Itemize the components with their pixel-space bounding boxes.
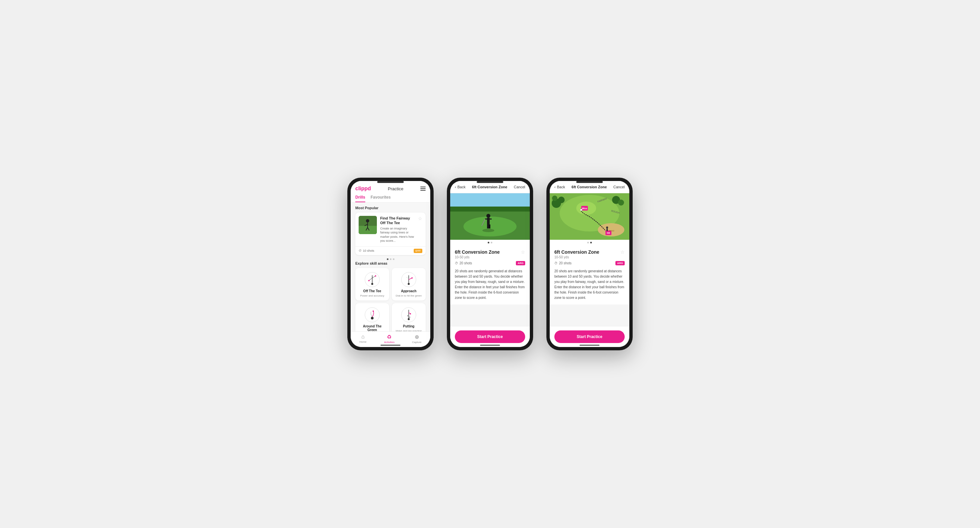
chevron-left-icon: ‹: [455, 185, 456, 189]
skill-name-approach: Approach: [401, 289, 417, 293]
drill-distance-3: 10-50 yds: [554, 255, 599, 259]
featured-drill-desc: Create an imaginary fairway using trees …: [380, 227, 415, 243]
drill-map: Hit Miss FAIRWAY ROUGH SAND: [550, 193, 629, 240]
skill-around-green[interactable]: Around The Green Hone your short game: [355, 303, 389, 332]
svg-point-34: [486, 214, 490, 218]
cancel-button-3[interactable]: Cancel: [613, 185, 625, 189]
tag-arg-2: ARG: [516, 261, 525, 265]
image-dots-2: [450, 240, 530, 246]
img-dot-3-1[interactable]: [587, 242, 589, 243]
putting-icon: [401, 306, 417, 323]
favourite-star[interactable]: ☆: [418, 216, 422, 243]
tab-favourites[interactable]: Favourites: [371, 195, 391, 202]
back-label-3: Back: [557, 185, 565, 189]
skill-approach[interactable]: Approach Dial-in to hit the green: [392, 268, 426, 300]
img-dot-3-2[interactable]: [590, 242, 592, 243]
dot-3[interactable]: [393, 258, 395, 260]
photo-bg: [450, 193, 530, 240]
most-popular-label: Most Popular: [355, 206, 426, 210]
chevron-left-icon-3: ‹: [554, 185, 556, 189]
screen1-header: clippd Practice Drills Favourites: [351, 181, 430, 203]
tab-drills[interactable]: Drills: [355, 195, 365, 202]
svg-point-60: [580, 209, 582, 211]
fav-star-2[interactable]: ☆: [521, 249, 525, 255]
svg-point-41: [482, 229, 494, 232]
start-btn-wrap-3: Start Practice: [550, 326, 629, 347]
drill-meta-2: ⏱ 20 shots ARG: [455, 261, 525, 265]
tag-arg-3: ARG: [616, 261, 625, 265]
featured-drill-title: Find The Fairway Off The Tee: [380, 216, 415, 225]
fav-star-3[interactable]: ☆: [620, 249, 625, 255]
skill-name-putting: Putting: [403, 324, 414, 328]
svg-point-24: [408, 318, 410, 320]
svg-point-2: [366, 219, 369, 222]
screen2-title: 6ft Conversion Zone: [472, 185, 507, 189]
carousel-dots: [355, 257, 426, 262]
screen-2: ‹ Back 6ft Conversion Zone Cancel: [450, 181, 530, 347]
screen2-body: 6ft Conversion Zone 10-50 yds ☆ ⏱ 20 sho…: [450, 193, 530, 326]
featured-info: Find The Fairway Off The Tee Create an i…: [380, 216, 415, 243]
dot-2[interactable]: [390, 258, 391, 260]
phone-2: ‹ Back 6ft Conversion Zone Cancel: [447, 178, 533, 350]
tabs: Drills Favourites: [355, 195, 426, 202]
start-practice-button-3[interactable]: Start Practice: [554, 330, 625, 343]
svg-point-20: [365, 308, 380, 322]
svg-point-19: [411, 277, 413, 279]
home-bar-2: [480, 345, 500, 346]
featured-drill-card[interactable]: Find The Fairway Off The Tee Create an i…: [355, 212, 426, 255]
page-title: Practice: [388, 186, 403, 191]
skill-grid: Off The Tee Power and accuracy: [355, 268, 426, 332]
svg-text:Miss: Miss: [582, 207, 587, 209]
home-icon: ⌂: [361, 334, 364, 340]
capture-icon: ⊕: [415, 334, 419, 340]
svg-text:Hit: Hit: [607, 232, 610, 234]
image-dots-3: [550, 240, 629, 246]
nav-capture[interactable]: ⊕ Capture: [412, 334, 421, 344]
start-practice-button-2[interactable]: Start Practice: [455, 330, 525, 343]
nav-home[interactable]: ⌂ Home: [359, 334, 366, 344]
drill-content-2: 6ft Conversion Zone 10-50 yds ☆ ⏱ 20 sho…: [450, 246, 530, 305]
drill-title-3: 6ft Conversion Zone: [554, 249, 599, 255]
svg-line-17: [406, 277, 409, 279]
svg-point-50: [618, 199, 624, 206]
svg-rect-36: [485, 219, 487, 220]
svg-point-22: [372, 311, 374, 312]
nav-activities[interactable]: ♻ Activities: [384, 334, 395, 344]
img-dot-2-2[interactable]: [491, 242, 492, 243]
nav-capture-label: Capture: [412, 341, 421, 344]
drill-desc-2: 20 shots are randomly generated at dista…: [455, 269, 525, 300]
notch-3: [576, 181, 603, 183]
logo: clippd: [355, 186, 371, 191]
hamburger-menu[interactable]: [420, 187, 426, 191]
phone-1: clippd Practice Drills Favourites Most P…: [347, 178, 434, 350]
top-bar: clippd Practice: [355, 186, 426, 191]
approach-icon: [401, 271, 417, 288]
home-bar-3: [579, 345, 600, 346]
svg-point-48: [552, 196, 557, 201]
cancel-button-2[interactable]: Cancel: [514, 185, 525, 189]
notch-2: [477, 181, 503, 183]
img-dot-2-1[interactable]: [488, 242, 489, 243]
svg-rect-39: [489, 225, 490, 228]
nav-activities-label: Activities: [384, 341, 395, 344]
back-button-2[interactable]: ‹ Back: [455, 185, 465, 189]
explore-label: Explore skill areas: [355, 262, 426, 265]
svg-rect-59: [606, 228, 608, 231]
tag-ott: OTT: [414, 249, 422, 253]
drill-distance-2: 10-50 yds: [455, 255, 500, 259]
svg-point-28: [407, 315, 408, 316]
svg-point-15: [408, 283, 410, 285]
screen3-title: 6ft Conversion Zone: [572, 185, 607, 189]
skill-putting[interactable]: Putting Make and lag practice: [392, 303, 426, 332]
featured-thumb: [359, 216, 377, 234]
shots-info-2: ⏱ 20 shots: [455, 262, 472, 265]
skill-desc-approach: Dial-in to hit the green: [396, 294, 422, 297]
dot-1[interactable]: [387, 258, 388, 260]
svg-point-27: [410, 313, 411, 314]
off-the-tee-icon: [364, 271, 380, 288]
svg-point-13: [375, 275, 376, 277]
skill-off-the-tee[interactable]: Off The Tee Power and accuracy: [355, 268, 389, 300]
svg-point-58: [606, 227, 608, 228]
skill-name-ott: Off The Tee: [363, 289, 381, 293]
back-button-3[interactable]: ‹ Back: [554, 185, 565, 189]
